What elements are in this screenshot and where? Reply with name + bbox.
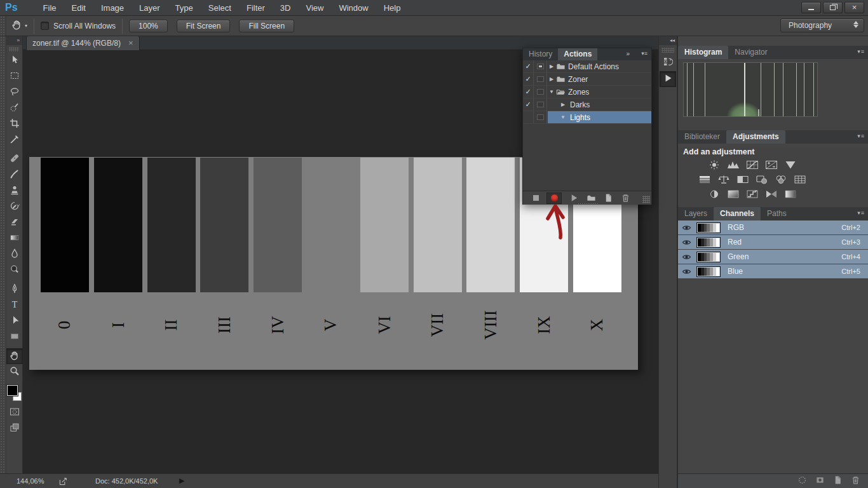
toolbar-collapse-icon[interactable]: »	[6, 36, 22, 45]
expand-arrow-down-icon[interactable]: ▼	[559, 114, 567, 120]
minimize-button[interactable]	[801, 2, 821, 13]
panel-resize-grip[interactable]	[642, 196, 650, 203]
menu-window[interactable]: Window	[331, 0, 376, 16]
fit-screen-button[interactable]: Fit Screen	[177, 20, 231, 32]
action-row-darks[interactable]: ✓▶Darks	[523, 98, 651, 111]
lasso-tool[interactable]	[6, 85, 23, 100]
brush-tool[interactable]	[6, 167, 23, 183]
photo-filter-adjustment-button[interactable]	[754, 174, 770, 187]
workspace-selector[interactable]: Photography	[780, 18, 864, 32]
menu-help[interactable]: Help	[376, 0, 409, 16]
modal-dialog-toggle[interactable]	[534, 111, 547, 123]
menu-image[interactable]: Image	[93, 0, 132, 16]
toolbar-drag-dots[interactable]	[9, 47, 19, 51]
panel-tab-actions[interactable]: Actions	[558, 48, 597, 60]
modal-dialog-toggle[interactable]	[534, 86, 547, 98]
restore-button[interactable]	[823, 2, 843, 13]
channels-tab-layers[interactable]: Layers	[678, 207, 714, 220]
fill-screen-button[interactable]: Fill Screen	[239, 20, 294, 32]
adjustments-tab-biblioteker[interactable]: Biblioteker	[678, 130, 726, 144]
document-tab[interactable]: zoner.tif @ 144% (RGB/8) ×	[26, 36, 140, 50]
zoom-tool[interactable]	[6, 364, 23, 380]
action-row-zoner[interactable]: ✓▶Zoner	[523, 73, 651, 86]
modal-dialog-toggle[interactable]	[534, 98, 547, 111]
exposure-adjustment-button[interactable]	[764, 159, 780, 172]
zoom-level-field[interactable]: 144,06%	[17, 477, 44, 485]
channels-tab-paths[interactable]: Paths	[761, 207, 793, 220]
panel-menu-icon[interactable]: ▾≡	[857, 48, 865, 55]
menu-layer[interactable]: Layer	[132, 0, 168, 16]
rectangle-shape-tool[interactable]	[6, 329, 23, 345]
invert-adjustment-button[interactable]	[707, 189, 722, 201]
hue-saturation-adjustment-button[interactable]	[697, 174, 713, 187]
selective-color-adjustment-button[interactable]	[783, 189, 799, 201]
visibility-eye-icon[interactable]	[678, 267, 695, 276]
path-selection-tool[interactable]	[6, 313, 23, 329]
type-tool[interactable]: T	[6, 297, 23, 313]
dock-collapse-icon[interactable]: ◂◂	[659, 36, 677, 45]
adjustments-tab-adjustments[interactable]: Adjustments	[726, 130, 785, 144]
dock-drag-dots[interactable]	[661, 48, 674, 53]
channel-row-rgb[interactable]: RGBCtrl+2	[678, 220, 868, 235]
load-selection-button[interactable]	[797, 475, 807, 487]
visibility-eye-icon[interactable]	[678, 238, 695, 247]
modal-dialog-toggle[interactable]	[534, 73, 547, 85]
channel-row-blue[interactable]: BlueCtrl+5	[678, 264, 868, 279]
action-row-lights[interactable]: ▼Lights	[523, 111, 651, 124]
histogram-tab-histogram[interactable]: Histogram	[678, 46, 728, 59]
action-row-zones[interactable]: ✓▼Zones	[523, 86, 651, 98]
visibility-eye-icon[interactable]	[678, 223, 695, 233]
levels-adjustment-button[interactable]	[726, 159, 742, 172]
save-selection-button[interactable]	[815, 475, 825, 487]
include-checkbox[interactable]	[523, 111, 534, 123]
posterize-adjustment-button[interactable]	[726, 189, 742, 201]
menu-filter[interactable]: Filter	[239, 0, 273, 16]
gradient-tool[interactable]	[6, 231, 23, 247]
status-options-arrow-icon[interactable]: ▶	[179, 477, 184, 485]
foreground-color-swatch[interactable]	[7, 385, 18, 396]
close-tab-icon[interactable]: ×	[128, 40, 133, 46]
pen-tool[interactable]	[6, 281, 23, 297]
share-icon[interactable]	[58, 477, 68, 488]
expand-arrow-down-icon[interactable]: ▼	[547, 89, 556, 95]
panel-menu-icon[interactable]: ▾≡	[857, 210, 865, 216]
include-checkbox[interactable]: ✓	[523, 73, 534, 85]
expand-arrow-right-icon[interactable]: ▶	[547, 76, 556, 82]
scroll-all-windows-checkbox[interactable]	[41, 22, 49, 30]
modal-dialog-toggle[interactable]	[534, 60, 547, 72]
gradient-map-adjustment-button[interactable]	[764, 189, 780, 201]
include-checkbox[interactable]: ✓	[523, 86, 534, 98]
delete-button[interactable]	[621, 193, 630, 203]
blur-tool[interactable]	[6, 247, 23, 262]
color-balance-adjustment-button[interactable]	[716, 174, 732, 187]
visibility-eye-icon[interactable]	[678, 252, 695, 262]
include-checkbox[interactable]: ✓	[523, 60, 534, 72]
spot-healing-tool[interactable]	[6, 151, 23, 167]
quick-mask-tool[interactable]	[6, 403, 23, 419]
color-swatches[interactable]	[6, 384, 23, 403]
include-checkbox[interactable]: ✓	[523, 98, 534, 111]
expand-arrow-right-icon[interactable]: ▶	[559, 102, 567, 107]
eyedropper-tool[interactable]	[6, 132, 23, 148]
channels-tab-channels[interactable]: Channels	[714, 207, 761, 220]
new-channel-button[interactable]	[833, 475, 843, 487]
curves-adjustment-button[interactable]	[745, 159, 761, 172]
toolbar-grip[interactable]	[0, 36, 6, 473]
brightness-contrast-adjustment-button[interactable]	[707, 159, 722, 172]
quick-selection-tool[interactable]	[6, 100, 23, 116]
dodge-tool[interactable]	[6, 262, 23, 278]
menu-3d[interactable]: 3D	[273, 0, 299, 16]
current-tool-indicator[interactable]: ▾	[11, 19, 27, 32]
channel-row-green[interactable]: GreenCtrl+4	[678, 250, 868, 264]
new-action-button[interactable]	[604, 193, 613, 203]
menu-select[interactable]: Select	[201, 0, 239, 16]
channel-mixer-adjustment-button[interactable]	[773, 174, 789, 187]
histogram-tab-navigator[interactable]: Navigator	[728, 46, 773, 59]
eraser-tool[interactable]	[6, 215, 23, 231]
hand-tool[interactable]	[6, 348, 23, 364]
vibrance-adjustment-button[interactable]	[783, 159, 799, 172]
options-bar-grip[interactable]	[0, 16, 6, 36]
menu-type[interactable]: Type	[168, 0, 201, 16]
stop-button[interactable]	[533, 195, 539, 201]
panel-menu-icon[interactable]: ▾≡	[641, 50, 648, 57]
